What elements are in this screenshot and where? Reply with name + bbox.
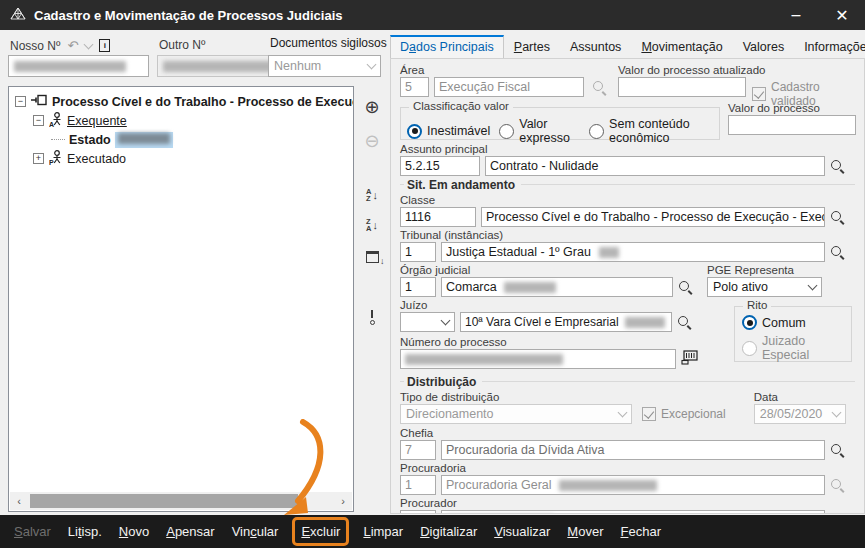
classe-value-input[interactable]: Processo Cível e do Trabalho - Processo … [481, 207, 825, 227]
chefia-code-input[interactable]: 7 [400, 440, 436, 460]
process-tree-panel: − Processo Cível e do Trabalho - Process… [8, 86, 354, 512]
tab-movimentacao[interactable]: Movimentação [631, 36, 732, 58]
search-icon[interactable] [830, 245, 845, 260]
excluir-button[interactable]: Excluir [301, 524, 340, 539]
procurador-code-input[interactable]: 81 [400, 510, 436, 514]
classificacao-valor-group: Classificação valor Inestimável Valor ex… [400, 107, 720, 140]
close-button[interactable]: ✕ [819, 0, 865, 30]
horizontal-scrollbar[interactable]: ‹ › [10, 492, 352, 510]
add-circle-icon[interactable]: ⊕ [359, 94, 385, 120]
sort-date-icon[interactable] [359, 244, 385, 270]
procuradoria-value: Procuradoria Geral [446, 478, 552, 492]
nosso-numero-label: Nosso Nº [10, 39, 60, 53]
search-icon[interactable] [678, 280, 693, 295]
chevron-down-icon[interactable] [84, 39, 94, 49]
person-a-icon: A [49, 112, 62, 130]
orgao-code-input[interactable]: 1 [400, 277, 436, 297]
barcode-scanner-icon[interactable] [681, 350, 698, 368]
radio-comum[interactable]: Comum [742, 315, 851, 330]
search-icon[interactable] [677, 315, 692, 330]
redacted-value [504, 282, 556, 293]
documentos-sigilosos-label: Documentos sigilosos [270, 36, 387, 50]
orgao-value-input[interactable]: Comarca [441, 277, 673, 297]
tipo-distribuicao-value: Direcionamento [406, 407, 494, 421]
tab-valores[interactable]: Valores [733, 36, 794, 58]
search-icon[interactable] [830, 443, 845, 458]
chefia-value-input[interactable]: Procuradoria da Dívida Ativa [441, 440, 825, 460]
procuradoria-code-input[interactable]: 1 [400, 475, 436, 495]
limpar-button[interactable]: Limpar [363, 524, 403, 539]
classe-code-input[interactable]: 1116 [400, 207, 476, 227]
radio-valor-expresso[interactable]: Valor expresso [499, 117, 580, 145]
tab-informacoes[interactable]: Informações [794, 36, 865, 58]
tipo-distribuicao-select: Direcionamento [400, 404, 632, 424]
apensar-button[interactable]: Apensar [166, 524, 214, 539]
juizo-value-input[interactable]: 10ª Vara Cível e Empresarial [460, 312, 672, 332]
scrollbar-thumb[interactable] [30, 494, 298, 508]
tribunal-code-input[interactable]: 1 [400, 242, 436, 262]
tribunal-value: Justiça Estadual - 1º Grau [446, 245, 591, 259]
tree-item-processo[interactable]: − Processo Cível e do Trabalho - Process… [9, 92, 353, 111]
chevron-down-icon [808, 281, 818, 291]
tribunal-value-input[interactable]: Justiça Estadual - 1º Grau [441, 242, 825, 262]
tree-side-toolbar: ⊕ ⊖ AZ↓ ZA↓ [354, 86, 390, 512]
expand-icon[interactable]: + [33, 153, 44, 164]
sort-az-icon[interactable]: AZ↓ [359, 182, 385, 208]
area-code-input[interactable]: 5 [400, 77, 429, 97]
minimize-button[interactable]: – [773, 0, 819, 30]
assunto-code-input[interactable]: 5.2.15 [400, 156, 480, 176]
chevron-down-icon [831, 408, 841, 418]
tree-item-executado[interactable]: + P Executado [9, 149, 353, 168]
person-p-icon: P [49, 150, 62, 168]
radio-label: Comum [762, 316, 806, 330]
sort-za-icon[interactable]: ZA↓ [359, 212, 385, 238]
tree-item-estado[interactable]: Estado [9, 130, 353, 149]
mover-button[interactable]: Mover [567, 524, 603, 539]
nosso-numero-input[interactable] [8, 55, 149, 77]
assunto-value-input[interactable]: Contrato - Nulidade [485, 156, 825, 176]
procuradoria-value-input[interactable]: Procuradoria Geral [441, 475, 825, 495]
documentos-sigilosos-select[interactable]: Nenhum [268, 55, 381, 77]
valor-processo-input[interactable] [728, 115, 856, 135]
redacted-value [14, 61, 126, 72]
radio-sem-conteudo[interactable]: Sem conteúdo econômico [589, 117, 719, 145]
radio-disabled-icon [742, 341, 757, 356]
excepcional-checkbox: Excepcional [642, 390, 726, 424]
tab-partes[interactable]: Partes [504, 36, 560, 58]
visualizar-button[interactable]: Visualizar [494, 524, 550, 539]
numero-processo-input[interactable] [400, 349, 676, 369]
chevron-down-icon [618, 408, 628, 418]
salvar-button: Salvar [14, 524, 51, 539]
tree-selected-value[interactable] [115, 132, 173, 148]
tab-dados-principais[interactable]: Dados Principais [390, 35, 504, 58]
valor-atualizado-input[interactable] [618, 77, 746, 97]
scroll-left-icon[interactable]: ‹ [10, 495, 28, 507]
chevron-down-icon [441, 316, 451, 326]
redacted-value [118, 133, 170, 144]
pge-representa-select[interactable]: Polo ativo [707, 277, 822, 297]
radio-label: Valor expresso [519, 117, 580, 145]
undo-icon[interactable]: ↶ [67, 38, 78, 53]
tab-assuntos[interactable]: Assuntos [560, 36, 631, 58]
chefia-label: Chefia [400, 426, 855, 440]
exclamation-icon[interactable] [359, 304, 385, 330]
radio-inestimavel[interactable]: Inestimável [407, 124, 490, 139]
search-icon[interactable] [830, 159, 845, 174]
collapse-icon[interactable]: − [33, 115, 44, 126]
classe-label: Classe [400, 193, 855, 207]
vincular-button[interactable]: Vincular [232, 524, 279, 539]
info-icon[interactable]: i [99, 39, 110, 52]
procuradoria-label: Procuradoria [400, 461, 855, 475]
search-icon[interactable] [830, 210, 845, 225]
scroll-right-icon[interactable]: › [334, 495, 352, 507]
checkbox-checked-icon [752, 87, 766, 101]
novo-button[interactable]: Novo [119, 524, 149, 539]
tree-item-exequente[interactable]: − A Exequente [9, 111, 353, 130]
fechar-button[interactable]: Fechar [620, 524, 660, 539]
collapse-icon[interactable]: − [15, 96, 26, 107]
juizo-number-select[interactable] [400, 312, 455, 332]
procurador-value-input[interactable] [441, 510, 825, 514]
digitalizar-button[interactable]: Digitalizar [420, 524, 477, 539]
litisp-button[interactable]: Litisp. [68, 524, 102, 539]
area-value-input[interactable]: Execução Fiscal [434, 77, 584, 97]
